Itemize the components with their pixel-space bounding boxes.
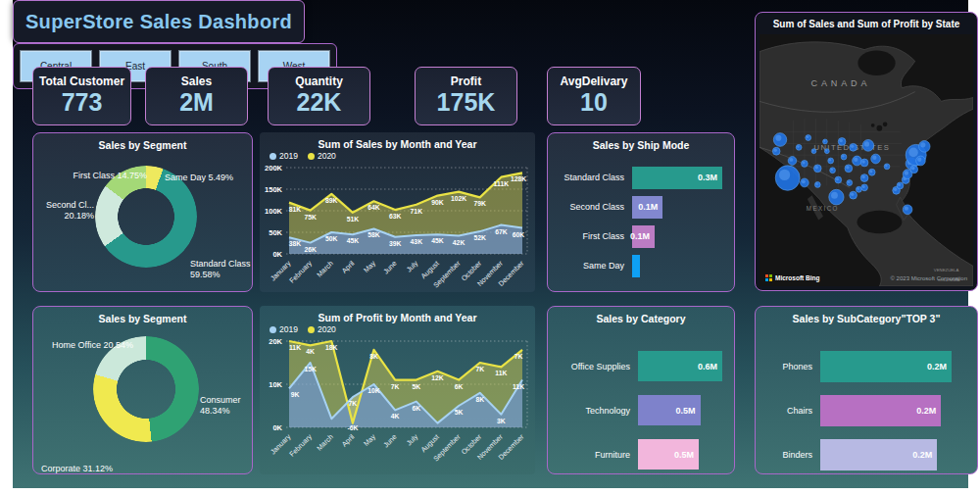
- svg-text:75K: 75K: [304, 214, 317, 221]
- donut-callout-same-day: Same Day 5.49%: [165, 173, 253, 183]
- kpi-quantity: Quantity 22K: [268, 67, 370, 125]
- bar-row: Same Day: [556, 251, 722, 280]
- svg-text:71K: 71K: [411, 208, 423, 215]
- bar-phones[interactable]: 0.2M: [820, 351, 952, 382]
- dashboard-title-panel: SuperStore Sales Dashbord: [13, 0, 305, 43]
- map-label-venezuela: VENEZUELA: [934, 268, 959, 272]
- bar-category-label: Binders: [763, 450, 820, 460]
- svg-text:March: March: [315, 432, 334, 452]
- bar-furniture[interactable]: 0.5M: [638, 439, 699, 470]
- bar-value-label: 0.3M: [698, 173, 722, 182]
- svg-text:26K: 26K: [304, 246, 317, 253]
- great-lakes-shape: [877, 125, 883, 131]
- legend-dot-2019: [270, 153, 276, 160]
- bar-same-day[interactable]: [632, 255, 640, 277]
- bar-value-label: 0.1M: [638, 202, 662, 212]
- svg-text:8K: 8K: [475, 396, 484, 403]
- svg-text:May: May: [362, 259, 377, 274]
- microsoft-bing-logo-icon: [765, 274, 772, 281]
- svg-text:79K: 79K: [473, 200, 486, 207]
- bar-row: Phones0.2M: [763, 344, 952, 388]
- bar-row: First Class0.1M: [556, 222, 722, 251]
- donut-callout-home-office: Home Office 20.54%: [51, 340, 133, 351]
- kpi-label: Profit: [416, 74, 516, 88]
- kpi-value: 175K: [416, 88, 516, 117]
- svg-text:200K: 200K: [265, 164, 283, 173]
- svg-text:4K: 4K: [306, 348, 315, 355]
- panel-title: Sum of Profit by Month and Year: [260, 306, 535, 323]
- svg-text:June: June: [381, 259, 398, 275]
- hudson-bay-shape: [858, 51, 895, 75]
- bar-row: Chairs0.2M: [763, 388, 952, 432]
- category-bar-chart: Office Supplies0.6MTechnology0.5MFurnitu…: [548, 324, 734, 476]
- profit-stacked-area-chart[interactable]: 0K10K20K9K11K15K4K18K7K-6K10K8K4K7K6K5K1…: [260, 334, 535, 471]
- donut-callout-corporate: Corporate 31.12%: [41, 464, 169, 474]
- us-bubble-map[interactable]: CANADA UNITED STATES MEXICO VENEZUELA CO…: [760, 34, 973, 286]
- svg-text:8K: 8K: [369, 353, 378, 360]
- profit-by-month-panel: Sum of Profit by Month and Year 2019 202…: [260, 306, 535, 474]
- bar-row: Technology0.5M: [556, 388, 722, 432]
- bar-first-class[interactable]: 0.1M: [632, 225, 655, 248]
- bar-value-label: 0.1M: [630, 231, 655, 241]
- bar-value-label: 0.6M: [698, 362, 722, 371]
- donut-callout-first-class: First Class 14.75%: [37, 171, 147, 181]
- svg-text:90K: 90K: [431, 199, 444, 206]
- donut-chart-area: Home Office 20.54% Consumer 48.34% Corpo…: [33, 324, 252, 470]
- donut-callout-second-class: Second Cl... 20.18%: [33, 200, 94, 223]
- donut-chart-area: First Class 14.75% Same Day 5.49% Second…: [33, 151, 252, 287]
- segment-donut-chart[interactable]: [93, 336, 199, 442]
- svg-text:38K: 38K: [289, 240, 302, 247]
- bar-track: 0.5M: [638, 395, 722, 425]
- bar-category-label: Phones: [763, 362, 820, 371]
- sales-stacked-area-chart[interactable]: 0K50K100K150K200K38K81K26K75K50K89K45K51…: [260, 161, 535, 292]
- bar-category-label: Furniture: [556, 450, 638, 460]
- kpi-label: Total Customer: [33, 74, 130, 88]
- bar-office-supplies[interactable]: 0.6M: [638, 351, 722, 381]
- svg-text:February: February: [287, 259, 314, 285]
- bar-track: 0.2M: [820, 351, 952, 382]
- svg-text:51K: 51K: [347, 216, 360, 223]
- legend-item-2020: 2020: [308, 151, 336, 161]
- kpi-value: 10: [548, 88, 640, 117]
- kpi-value: 2M: [146, 88, 247, 117]
- sales-by-segment-top-panel: Sales by Segment First Class 14.75% Same…: [32, 132, 253, 292]
- subcategory-bar-chart: Phones0.2MChairs0.2MBinders0.2M: [756, 324, 977, 476]
- map-label-canada: CANADA: [811, 78, 871, 88]
- bar-value-label: 0.5M: [674, 450, 699, 460]
- legend-dot-2019: [270, 326, 276, 333]
- bar-track: 0.1M: [632, 225, 722, 248]
- chart-legend: 2019 2020: [260, 150, 535, 161]
- map-attribution: © 2023 Microsoft Corporation: [891, 275, 967, 281]
- bar-track: 0.1M: [632, 196, 722, 219]
- svg-text:9K: 9K: [291, 391, 300, 398]
- svg-text:5K: 5K: [412, 383, 420, 390]
- panel-title: Sum of Sales and Sum of Profit by State: [756, 13, 977, 29]
- bar-row: Office Supplies0.6M: [556, 344, 722, 388]
- svg-text:111K: 111K: [494, 180, 510, 187]
- bar-binders[interactable]: 0.2M: [820, 439, 937, 470]
- bar-row: Second Class0.1M: [556, 192, 722, 222]
- svg-text:February: February: [287, 432, 314, 459]
- svg-text:67K: 67K: [495, 228, 508, 235]
- svg-text:60K: 60K: [513, 231, 525, 238]
- bar-technology[interactable]: 0.5M: [638, 395, 701, 425]
- svg-text:0K: 0K: [272, 250, 282, 259]
- svg-text:July: July: [405, 432, 420, 448]
- kpi-value: 22K: [269, 88, 369, 117]
- dashboard-canvas: SuperStore Sales Dashbord Central East S…: [13, 0, 968, 488]
- svg-text:7K: 7K: [391, 383, 400, 390]
- svg-text:43K: 43K: [411, 238, 423, 245]
- svg-text:15K: 15K: [304, 366, 317, 372]
- bar-standard-class[interactable]: 0.3M: [632, 167, 722, 189]
- chart-legend: 2019 2020: [260, 323, 535, 334]
- panel-title: Sales by Segment: [33, 307, 252, 324]
- svg-text:April: April: [340, 432, 357, 449]
- svg-text:150K: 150K: [265, 185, 283, 194]
- svg-text:0K: 0K: [272, 423, 282, 432]
- bar-chairs[interactable]: 0.2M: [820, 395, 941, 426]
- svg-text:100K: 100K: [265, 207, 283, 216]
- donut-callout-consumer: Consumer 48.34%: [200, 395, 253, 418]
- bar-second-class[interactable]: 0.1M: [632, 196, 662, 219]
- kpi-label: Quantity: [269, 74, 369, 88]
- bar-category-label: Standard Class: [556, 173, 632, 182]
